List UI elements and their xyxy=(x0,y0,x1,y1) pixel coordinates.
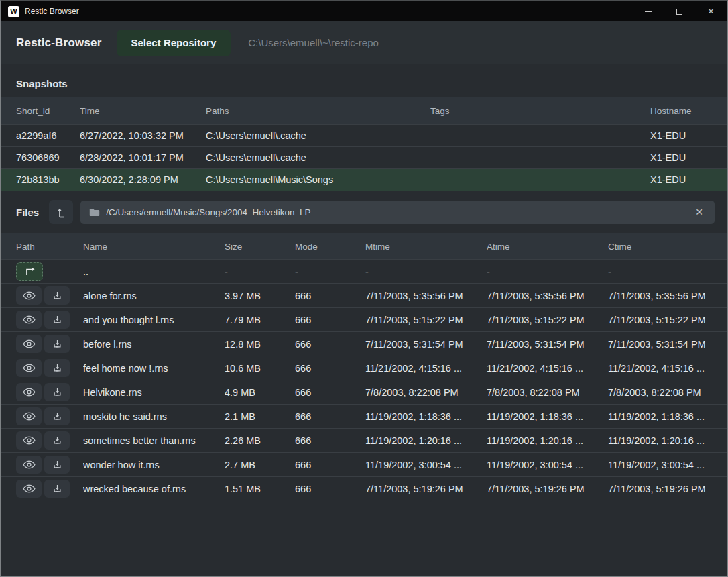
column-header-size: Size xyxy=(225,242,295,252)
file-ctime: 11/19/2002, 1:20:16 ... xyxy=(608,435,712,446)
download-icon xyxy=(52,411,62,421)
files-table-header: Path Name Size Mode Mtime Atime Ctime xyxy=(1,233,727,259)
file-row[interactable]: Helvikone.rns 4.9 MB 666 7/8/2003, 8:22:… xyxy=(1,380,727,404)
maximize-icon xyxy=(676,9,682,15)
file-ctime: 11/19/2002, 3:00:54 ... xyxy=(608,460,712,470)
file-size: 1.51 MB xyxy=(225,484,295,494)
preview-file-button[interactable] xyxy=(16,431,42,450)
file-row[interactable]: wonder how it.rns 2.7 MB 666 11/19/2002,… xyxy=(1,452,727,476)
file-row[interactable]: alone for.rns 3.97 MB 666 7/11/2003, 5:3… xyxy=(1,283,727,307)
file-row[interactable]: moskito he said.rns 2.1 MB 666 11/19/200… xyxy=(1,404,727,428)
file-ctime: 7/11/2003, 5:19:26 PM xyxy=(608,484,712,494)
file-mtime: 7/11/2003, 5:35:56 PM xyxy=(365,291,487,301)
file-name: wrecked because of.rns xyxy=(83,484,225,494)
download-file-button[interactable] xyxy=(44,480,70,498)
current-path-input[interactable]: /C/Users/emuell/Music/Songs/2004_Helveti… xyxy=(80,201,715,224)
preview-file-button[interactable] xyxy=(16,407,42,425)
window-title: Restic Browser xyxy=(25,7,79,16)
column-header-name: Name xyxy=(83,242,225,252)
parent-directory-row[interactable]: .. - - - - - xyxy=(1,259,727,283)
parent-directory-icon xyxy=(24,267,36,276)
download-icon xyxy=(52,435,62,445)
file-size: - xyxy=(225,266,295,277)
maximize-button[interactable] xyxy=(664,1,695,21)
clear-path-button[interactable]: ✕ xyxy=(692,205,706,219)
eye-icon xyxy=(23,412,36,421)
file-mtime: - xyxy=(365,266,487,277)
download-file-button[interactable] xyxy=(44,311,70,329)
preview-file-button[interactable] xyxy=(16,480,42,498)
download-file-button[interactable] xyxy=(44,407,70,425)
preview-file-button[interactable] xyxy=(16,335,42,353)
preview-file-button[interactable] xyxy=(16,383,42,401)
close-icon: ✕ xyxy=(707,7,714,16)
file-row[interactable]: feel home now !.rns 10.6 MB 666 11/21/20… xyxy=(1,356,727,380)
up-level-button[interactable] xyxy=(49,200,73,224)
preview-file-button[interactable] xyxy=(16,456,42,474)
files-table: .. - - - - - xyxy=(1,259,727,501)
download-file-button[interactable] xyxy=(44,383,70,401)
snapshot-row[interactable]: 76306869 6/28/2022, 10:01:17 PM C:\Users… xyxy=(1,146,727,168)
eye-icon xyxy=(23,460,36,469)
file-atime: 7/8/2003, 8:22:08 PM xyxy=(487,387,608,398)
file-size: 2.1 MB xyxy=(225,411,295,422)
snapshot-paths: C:\Users\emuell\.cache xyxy=(206,130,430,141)
repository-path: C:\Users\emuell\~\restic-repo xyxy=(248,37,379,48)
file-name: sometimes better than.rns xyxy=(83,435,225,446)
minimize-button[interactable] xyxy=(632,1,664,21)
folder-icon xyxy=(89,208,100,217)
snapshot-time: 6/27/2022, 10:03:32 PM xyxy=(80,130,206,141)
preview-file-button[interactable] xyxy=(16,359,42,377)
file-name: and you thought l.rns xyxy=(83,315,225,325)
snapshot-hostname: X1-EDU xyxy=(650,152,712,163)
file-mtime: 11/19/2002, 1:18:36 ... xyxy=(365,411,487,422)
empty-area xyxy=(1,501,727,576)
snapshot-hostname: X1-EDU xyxy=(650,130,712,141)
file-atime: 11/19/2002, 1:18:36 ... xyxy=(487,411,608,422)
download-file-button[interactable] xyxy=(44,456,70,474)
app-icon: W xyxy=(8,6,19,17)
snapshot-row[interactable]: a2299af6 6/27/2022, 10:03:32 PM C:\Users… xyxy=(1,124,727,146)
download-file-button[interactable] xyxy=(44,335,70,353)
current-path-value: /C/Users/emuell/Music/Songs/2004_Helveti… xyxy=(106,207,686,217)
download-file-button[interactable] xyxy=(44,431,70,450)
file-mtime: 7/11/2003, 5:19:26 PM xyxy=(365,484,487,494)
file-atime: 7/11/2003, 5:19:26 PM xyxy=(487,484,608,494)
snapshot-row-selected[interactable]: 72b813bb 6/30/2022, 2:28:09 PM C:\Users\… xyxy=(1,168,727,191)
snapshot-time: 6/28/2022, 10:01:17 PM xyxy=(80,152,206,163)
column-header-path: Path xyxy=(16,242,83,252)
snapshot-short-id: 76306869 xyxy=(16,152,80,163)
download-file-button[interactable] xyxy=(44,286,70,305)
file-row[interactable]: and you thought l.rns 7.79 MB 666 7/11/2… xyxy=(1,307,727,331)
file-mode: 666 xyxy=(295,363,365,374)
column-header-paths: Paths xyxy=(206,106,430,116)
file-rows: alone for.rns 3.97 MB 666 7/11/2003, 5:3… xyxy=(1,283,727,501)
file-mode: 666 xyxy=(295,291,365,301)
snapshots-table-header: Short_id Time Paths Tags Hostname xyxy=(1,97,727,124)
preview-file-button[interactable] xyxy=(16,286,42,305)
column-header-short-id: Short_id xyxy=(16,106,80,116)
file-mode: 666 xyxy=(295,315,365,325)
file-ctime: 11/19/2002, 1:18:36 ... xyxy=(608,411,712,422)
file-name: before l.rns xyxy=(83,339,225,350)
file-size: 7.79 MB xyxy=(225,315,295,325)
file-atime: 11/19/2002, 1:20:16 ... xyxy=(487,435,608,446)
file-mtime: 11/21/2002, 4:15:16 ... xyxy=(365,363,487,374)
snapshot-short-id: a2299af6 xyxy=(16,130,80,141)
eye-icon xyxy=(23,291,36,300)
file-row[interactable]: sometimes better than.rns 2.26 MB 666 11… xyxy=(1,428,727,452)
file-size: 2.7 MB xyxy=(225,460,295,470)
file-mode: - xyxy=(295,266,365,277)
eye-icon xyxy=(23,339,36,348)
close-button[interactable]: ✕ xyxy=(695,1,727,21)
download-icon xyxy=(52,291,62,301)
preview-file-button[interactable] xyxy=(16,311,42,329)
file-mtime: 7/8/2003, 8:22:08 PM xyxy=(365,387,487,398)
go-to-parent-button[interactable] xyxy=(16,262,43,281)
download-file-button[interactable] xyxy=(44,359,70,377)
select-repository-button[interactable]: Select Repository xyxy=(117,30,231,56)
file-row[interactable]: wrecked because of.rns 1.51 MB 666 7/11/… xyxy=(1,476,727,501)
file-row[interactable]: before l.rns 12.8 MB 666 7/11/2003, 5:31… xyxy=(1,331,727,356)
file-mtime: 7/11/2003, 5:15:22 PM xyxy=(365,315,487,325)
column-header-hostname: Hostname xyxy=(650,106,712,116)
